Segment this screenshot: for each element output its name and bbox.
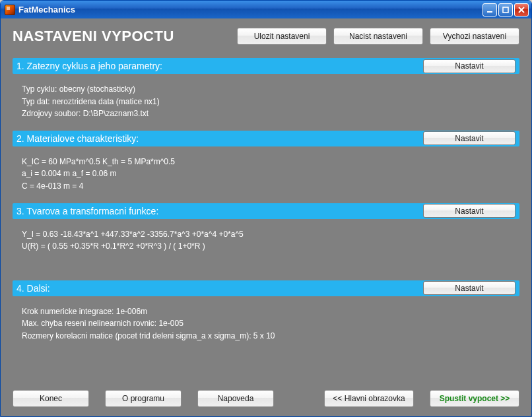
section-1-body: Typ cyklu: obecny (stochasticky) Typ dat… (13, 79, 519, 121)
section-2-line: a_i = 0.004 m a_f = 0.06 m (22, 168, 510, 180)
section-4-line: Krok numericke integrace: 1e-006m (22, 305, 510, 318)
load-settings-button[interactable]: Nacist nastaveni (333, 28, 423, 45)
section-2-title: 2. Materialove charakteristiky: (17, 133, 418, 144)
svg-rect-0 (487, 11, 492, 13)
section-4-title: 4. Dalsi: (17, 283, 418, 294)
close-button[interactable] (514, 3, 529, 16)
section-1-line: Typ cyklu: obecny (stochasticky) (22, 83, 510, 96)
section-1-header: 1. Zatezny cyklus a jeho parametry: Nast… (13, 58, 519, 74)
section-4-configure-button[interactable]: Nastavit (423, 281, 515, 295)
bottom-row: Konec O programu Napoveda << Hlavni obra… (13, 390, 519, 407)
section-4-line: Max. chyba reseni nelinearnich rovnic: 1… (22, 317, 510, 330)
section-2-body: K_IC = 60 MPa*m^0.5 K_th = 5 MPa*m^0.5 a… (13, 152, 519, 194)
spacer (13, 349, 519, 381)
section-3-body: Y_I = 0.63 -18.43*a^1 +447.33*a^2 -3356.… (13, 224, 519, 254)
section-3-header: 3. Tvarova a transformacni funkce: Nasta… (13, 203, 519, 219)
main-screen-button[interactable]: << Hlavni obrazovka (324, 390, 414, 407)
section-2-line: K_IC = 60 MPa*m^0.5 K_th = 5 MPa*m^0.5 (22, 156, 510, 168)
run-computation-button[interactable]: Spustit vypocet >> (430, 390, 519, 407)
save-settings-button[interactable]: Ulozit nastaveni (237, 28, 327, 45)
about-button[interactable]: O programu (105, 390, 182, 407)
section-1-title: 1. Zatezny cyklus a jeho parametry: (17, 61, 418, 71)
header-row: NASTAVENI VYPOCTU Ulozit nastaveni Nacis… (13, 28, 519, 45)
end-button[interactable]: Konec (13, 390, 89, 407)
gap (290, 390, 308, 407)
default-settings-button[interactable]: Vychozi nastaveni (430, 28, 519, 45)
minimize-button[interactable] (482, 3, 497, 16)
app-icon (5, 5, 15, 15)
app-window: FatMechanics NASTAVENI VYPOCTU Ulozit na… (0, 0, 532, 417)
gap (13, 259, 519, 271)
section-2-line: C = 4e-013 m = 4 (22, 180, 510, 193)
section-3-line: Y_I = 0.63 -18.43*a^1 +447.33*a^2 -3356.… (22, 228, 510, 241)
client-area: NASTAVENI VYPOCTU Ulozit nastaveni Nacis… (1, 18, 531, 416)
section-1-configure-button[interactable]: Nastavit (423, 59, 515, 73)
help-button[interactable]: Napoveda (197, 390, 274, 407)
section-4-line: Rozmery korelacni matice (pocet trid del… (22, 330, 510, 342)
section-2-configure-button[interactable]: Nastavit (423, 131, 515, 145)
section-1-line: Zdrojovy soubor: D:\BP\zaznam3.txt (22, 108, 510, 120)
titlebar: FatMechanics (1, 1, 531, 18)
close-icon (518, 7, 525, 13)
window-buttons (482, 3, 529, 16)
window-title: FatMechanics (18, 5, 482, 15)
section-4-header: 4. Dalsi: Nastavit (13, 280, 519, 296)
svg-rect-1 (503, 7, 508, 13)
section-3-line: U(R) = ( 0.55 +0.35*R +0.1*R^2 +0*R^3 ) … (22, 240, 510, 253)
page-title: NASTAVENI VYPOCTU (13, 28, 230, 45)
minimize-icon (486, 7, 493, 13)
section-1-line: Typ dat: neroztridena data (matice nx1) (22, 96, 510, 108)
maximize-icon (502, 7, 509, 13)
section-3-title: 3. Tvarova a transformacni funkce: (17, 206, 418, 216)
section-3-configure-button[interactable]: Nastavit (423, 204, 515, 218)
section-2-header: 2. Materialove charakteristiky: Nastavit (13, 131, 519, 146)
maximize-button[interactable] (498, 3, 513, 16)
section-4-body: Krok numericke integrace: 1e-006m Max. c… (13, 302, 519, 344)
